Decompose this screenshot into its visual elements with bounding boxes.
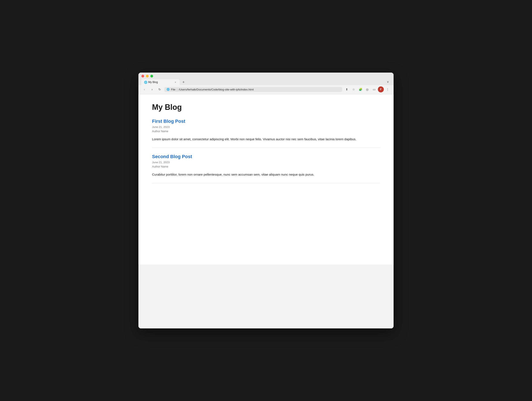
traffic-lights [141,75,391,78]
active-tab[interactable]: 🌐 My Blog × [141,79,180,85]
menu-icon[interactable]: ⋮ [385,86,391,92]
close-button[interactable] [141,75,144,78]
url-bar[interactable]: 🌐 File | /Users/ferhatk/Documents/Code/b… [164,87,342,92]
browser-window: 🌐 My Blog × + ∨ ‹ › ↻ 🌐 File | /Users/fe… [139,73,393,328]
tab-close-button[interactable]: × [174,80,177,84]
post-1-meta: June 21, 2023 Author Name [152,125,380,133]
post-1-date: June 21, 2023 [152,125,380,129]
profile-avatar[interactable]: F [378,86,384,92]
url-protocol: File [171,88,175,91]
blog-title: My Blog [152,103,380,112]
forward-button[interactable]: › [149,86,155,92]
url-path: /Users/ferhatk/Documents/Code/blog-site-… [179,88,254,91]
address-bar: ‹ › ↻ 🌐 File | /Users/ferhatk/Documents/… [139,85,393,94]
reload-button[interactable]: ↻ [157,86,163,92]
pip-icon[interactable]: ▭ [371,86,377,92]
post-2-date: June 21, 2023 [152,160,380,165]
new-tab-button[interactable]: + [181,79,186,85]
tab-favicon-icon: 🌐 [144,81,147,84]
bottom-gray-area [139,265,393,328]
shield-icon[interactable]: ◎ [364,86,370,92]
maximize-button[interactable] [150,75,153,78]
bookmark-icon[interactable]: ☆ [351,86,357,92]
page-content: My Blog First Blog Post June 21, 2023 Au… [139,94,393,265]
minimize-button[interactable] [146,75,149,78]
post-2-meta: June 21, 2023 Author Name [152,160,380,168]
blog-post-2: Second Blog Post June 21, 2023 Author Na… [152,148,380,183]
post-1-author: Author Name [152,129,380,133]
collapse-button[interactable]: ∨ [385,79,391,84]
post-1-excerpt: Lorem ipsum dolor sit amet, consectetur … [152,137,380,142]
tab-bar: 🌐 My Blog × + ∨ [141,79,391,85]
post-2-author: Author Name [152,165,380,169]
post-1-title[interactable]: First Blog Post [152,119,380,124]
back-button[interactable]: ‹ [141,86,147,92]
tab-title: My Blog [148,81,172,84]
post-2-excerpt: Curabitur porttitor, lorem non ornare pe… [152,172,380,177]
toolbar-icons: ⬆ ☆ 🧩 ◎ ▭ F ⋮ [344,86,391,92]
url-separator: | [177,88,177,91]
share-icon[interactable]: ⬆ [344,86,350,92]
title-bar: 🌐 My Blog × + ∨ [139,73,393,85]
lock-icon: 🌐 [166,88,170,91]
blog-post-1: First Blog Post June 21, 2023 Author Nam… [152,119,380,148]
extensions-icon[interactable]: 🧩 [357,86,363,92]
post-2-title[interactable]: Second Blog Post [152,154,380,159]
